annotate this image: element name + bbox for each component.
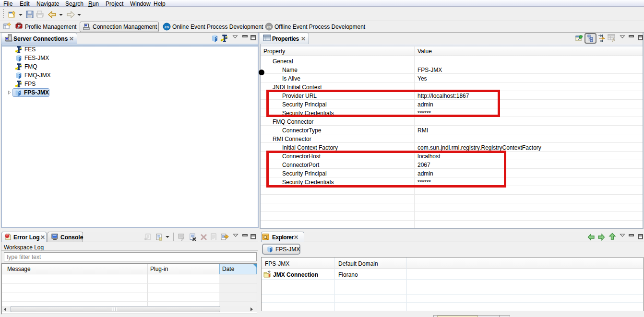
svg-text:es: es: [165, 25, 169, 29]
svg-text:es: es: [267, 25, 271, 29]
